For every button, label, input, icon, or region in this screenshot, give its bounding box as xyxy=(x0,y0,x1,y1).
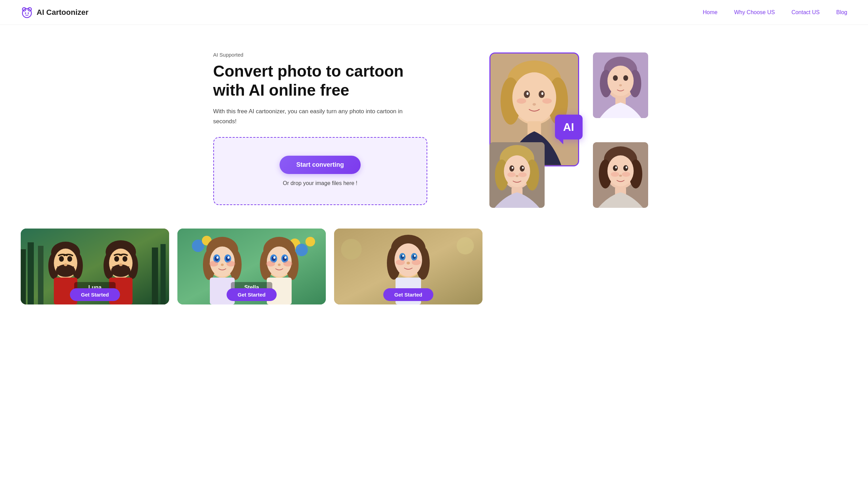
svg-point-53 xyxy=(619,175,622,177)
svg-point-68 xyxy=(59,256,64,262)
svg-point-49 xyxy=(613,165,618,171)
svg-point-4 xyxy=(28,12,29,14)
nav-home[interactable]: Home xyxy=(703,9,718,16)
upload-dropzone[interactable]: Start converting Or drop your image file… xyxy=(213,137,427,205)
card-third: Get Started xyxy=(334,229,482,304)
hero-left: AI Supported Convert photo to cartoon wi… xyxy=(213,52,427,205)
svg-point-90 xyxy=(295,244,308,256)
svg-point-10 xyxy=(512,72,556,123)
svg-point-125 xyxy=(341,239,362,260)
svg-point-91 xyxy=(305,237,315,246)
svg-point-15 xyxy=(517,98,526,104)
svg-point-3 xyxy=(25,12,26,14)
svg-point-78 xyxy=(114,256,119,262)
svg-point-117 xyxy=(284,256,286,259)
cards-section: Luna Get Started xyxy=(0,225,868,304)
svg-point-136 xyxy=(402,255,404,257)
svg-point-16 xyxy=(542,98,552,104)
svg-point-52 xyxy=(625,166,627,168)
card-stella-get-started-button[interactable]: Get Started xyxy=(227,288,277,301)
collage-image-top-right xyxy=(593,52,648,118)
svg-point-25 xyxy=(613,75,618,81)
nav-contact-us[interactable]: Contact US xyxy=(791,9,820,16)
svg-point-55 xyxy=(622,172,630,177)
hero-right-collage: AI xyxy=(476,46,655,211)
svg-rect-58 xyxy=(21,249,26,304)
svg-point-41 xyxy=(518,172,527,177)
collage-image-bottom-left xyxy=(489,142,545,208)
card-luna: Luna Get Started xyxy=(21,229,169,304)
card-luna-get-started-button[interactable]: Get Started xyxy=(70,288,120,301)
svg-point-118 xyxy=(278,264,281,266)
svg-point-38 xyxy=(522,167,524,169)
collage-image-bottom-right xyxy=(593,142,648,208)
svg-point-116 xyxy=(273,256,275,259)
nav-links: Home Why Choose US Contact US Blog xyxy=(703,9,847,16)
svg-point-71 xyxy=(64,263,67,266)
svg-point-81 xyxy=(119,263,123,266)
svg-point-14 xyxy=(541,92,543,95)
svg-point-140 xyxy=(412,260,421,265)
svg-point-54 xyxy=(611,172,619,177)
navbar: AI Cartoonizer Home Why Choose US Contac… xyxy=(0,0,868,25)
svg-point-79 xyxy=(123,256,127,262)
svg-point-101 xyxy=(216,256,218,259)
svg-point-13 xyxy=(526,92,528,95)
svg-point-137 xyxy=(414,255,416,257)
svg-point-69 xyxy=(67,256,72,262)
svg-point-51 xyxy=(615,166,617,168)
start-converting-button[interactable]: Start converting xyxy=(280,156,360,174)
svg-point-35 xyxy=(509,165,514,172)
svg-point-40 xyxy=(507,172,516,177)
svg-point-37 xyxy=(511,167,513,169)
svg-point-17 xyxy=(533,103,536,106)
svg-rect-62 xyxy=(160,244,166,304)
logo-text: AI Cartoonizer xyxy=(37,8,88,17)
svg-point-139 xyxy=(396,260,405,265)
svg-point-0 xyxy=(22,9,31,18)
svg-point-105 xyxy=(226,261,235,267)
drop-text: Or drop your image files here ! xyxy=(283,180,357,186)
svg-rect-59 xyxy=(28,242,34,304)
svg-point-24 xyxy=(607,66,634,96)
svg-point-120 xyxy=(283,261,292,267)
logo-icon xyxy=(21,6,33,19)
hero-description: With this free AI cartoonizer, you can e… xyxy=(213,107,427,127)
nav-blog[interactable]: Blog xyxy=(836,9,847,16)
svg-point-104 xyxy=(209,261,218,267)
hero-supported-label: AI Supported xyxy=(213,52,427,58)
svg-point-26 xyxy=(623,75,628,81)
svg-point-36 xyxy=(520,165,525,172)
svg-point-103 xyxy=(221,264,224,266)
svg-point-119 xyxy=(266,261,275,267)
svg-point-138 xyxy=(407,262,410,264)
card-third-get-started-button[interactable]: Get Started xyxy=(383,288,433,301)
ai-badge: AI xyxy=(555,115,583,139)
nav-why-choose-us[interactable]: Why Choose US xyxy=(734,9,775,16)
hero-title: Convert photo to cartoon with AI online … xyxy=(213,62,427,100)
svg-rect-60 xyxy=(38,246,43,304)
svg-point-102 xyxy=(227,256,230,259)
card-stella: Stella Get Started xyxy=(177,229,326,304)
hero-section: AI Supported Convert photo to cartoon wi… xyxy=(193,25,676,225)
svg-point-27 xyxy=(619,84,622,86)
svg-point-50 xyxy=(623,165,628,171)
svg-rect-61 xyxy=(152,248,158,304)
logo[interactable]: AI Cartoonizer xyxy=(21,6,88,19)
svg-point-39 xyxy=(516,175,518,177)
svg-point-126 xyxy=(457,237,474,254)
